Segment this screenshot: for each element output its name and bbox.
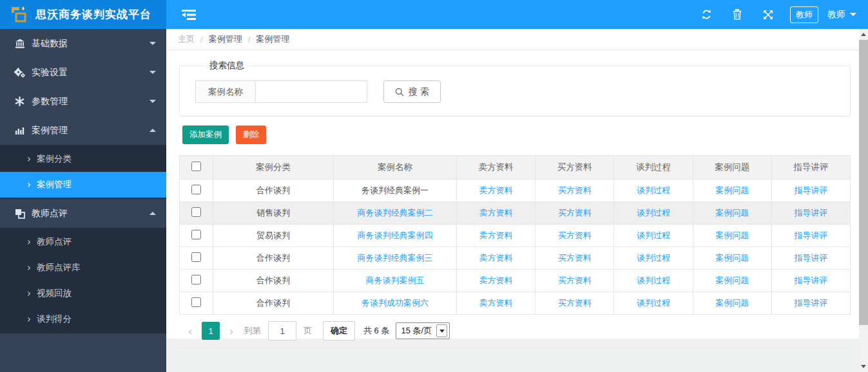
delete-button[interactable]: 删除 [236,126,266,144]
menu-toggle-icon[interactable] [182,8,196,21]
sidebar-subitem-negotiation-score[interactable]: › 谈判得分 [0,306,166,332]
table-row: 销售谈判 商务谈判经典案例二 卖方资料 买方资料 谈判过程 案例问题 指导讲评 [180,202,851,225]
buyer-material-link[interactable]: 买方资料 [558,230,592,240]
case-name-link[interactable]: 商务谈判经典案例四 [358,230,433,240]
next-page-button[interactable]: › [223,322,240,340]
role-badge[interactable]: 教师 [790,6,818,23]
buyer-material-link[interactable]: 买方资料 [558,253,592,263]
guidance-review-link[interactable]: 指导讲评 [794,253,827,263]
case-name-link[interactable]: 务谈判成功案例六 [362,298,429,308]
case-question-link[interactable]: 案例问题 [715,208,749,218]
platform-title: 思沃商务谈判实战平台 [35,7,151,22]
sidebar-subitem-case-management[interactable]: › 案例管理 [0,172,166,198]
sidebar-subitem-label: 教师点评 [37,236,72,248]
row-checkbox[interactable] [191,252,201,262]
sidebar-subitem-label: 视频回放 [37,288,72,299]
chevron-right-icon: › [27,288,31,299]
sidebar-subitem-teacher-review-library[interactable]: › 教师点评库 [0,255,166,281]
guidance-review-link[interactable]: 指导讲评 [794,275,827,285]
guidance-review-link[interactable]: 指导讲评 [794,185,827,195]
sidebar-subitem-teacher-review[interactable]: › 教师点评 [0,229,166,255]
scroll-down-icon[interactable] [859,361,868,372]
sidebar-item-experiment-settings[interactable]: 实验设置 [0,58,166,87]
buyer-material-link[interactable]: 买方资料 [558,275,592,285]
case-question-link[interactable]: 案例问题 [715,298,749,308]
add-case-button[interactable]: 添加案例 [182,126,229,144]
app-window: 思沃商务谈判实战平台 [0,0,868,372]
column-header-buyer: 买方资料 [535,156,614,180]
sidebar-subitem-case-category[interactable]: › 案例分类 [0,146,166,172]
table-row: 合作谈判 商务谈判经典案例三 卖方资料 买方资料 谈判过程 案例问题 指导讲评 [180,247,851,270]
scrollbar-thumb[interactable] [859,40,868,325]
negotiation-process-link[interactable]: 谈判过程 [637,275,670,285]
logo-area: 思沃商务谈判实战平台 [0,0,166,29]
row-checkbox[interactable] [191,185,201,194]
vertical-scrollbar[interactable] [859,29,868,372]
table-row: 贸易谈判 商务谈判经典案例四 卖方资料 买方资料 谈判过程 案例问题 指导讲评 [180,225,851,247]
negotiation-process-link[interactable]: 谈判过程 [637,253,670,263]
chevron-down-icon [149,71,156,74]
prev-page-button[interactable]: ‹ [182,322,198,340]
table-row: 合作谈判 商务谈判案例五 卖方资料 买方资料 谈判过程 案例问题 指导讲评 [180,270,851,292]
row-checkbox[interactable] [191,207,201,217]
sidebar-item-label: 基础数据 [32,38,149,50]
current-page-button[interactable]: 1 [202,322,220,340]
chevron-right-icon: › [27,153,31,165]
seller-material-link[interactable]: 卖方资料 [479,298,513,308]
trash-icon[interactable] [724,0,750,29]
confirm-page-button[interactable]: 确定 [323,321,355,340]
guidance-review-link[interactable]: 指导讲评 [794,230,827,240]
expand-icon[interactable] [755,0,781,29]
gears-icon [14,67,25,78]
seller-material-link[interactable]: 卖方资料 [479,275,513,285]
row-checkbox[interactable] [191,297,201,307]
sidebar-item-label: 参数管理 [32,96,149,107]
case-name-link[interactable]: 商务谈判经典案例二 [358,208,433,218]
negotiation-process-link[interactable]: 谈判过程 [637,230,670,240]
row-checkbox[interactable] [191,230,201,239]
negotiation-process-link[interactable]: 谈判过程 [637,208,670,218]
seller-material-link[interactable]: 卖方资料 [479,230,513,240]
buyer-material-link[interactable]: 买方资料 [558,208,592,218]
negotiation-process-link[interactable]: 谈判过程 [637,185,670,195]
sidebar-item-teacher-review[interactable]: 教师点评 [0,199,166,228]
seller-material-link[interactable]: 卖方资料 [479,208,513,218]
page-size-select[interactable]: 15 条/页 [396,322,450,339]
case-name-link[interactable]: 商务谈判案例五 [366,275,425,285]
breadcrumb-separator: / [200,35,203,44]
case-name-input[interactable] [256,80,367,103]
select-all-checkbox[interactable] [191,162,201,171]
clone-icon [14,208,25,219]
search-button[interactable]: 搜 索 [383,80,441,103]
sidebar-item-case-management[interactable]: 案例管理 [0,116,166,145]
refresh-icon[interactable] [693,0,719,29]
main-area: 主页 / 案例管理 / 案例管理 搜索信息 案例名称 [166,29,859,372]
breadcrumb-home[interactable]: 主页 [178,33,195,45]
case-name-input-group: 案例名称 [195,80,367,103]
guidance-review-link[interactable]: 指导讲评 [794,298,827,308]
case-question-link[interactable]: 案例问题 [715,275,749,285]
case-question-link[interactable]: 案例问题 [715,230,749,240]
case-question-link[interactable]: 案例问题 [715,185,749,195]
case-name-link[interactable]: 商务谈判经典案例三 [358,253,433,263]
row-checkbox[interactable] [191,275,201,284]
asterisk-icon [14,96,25,107]
breadcrumb-item[interactable]: 案例管理 [209,33,242,45]
sidebar-item-basic-data[interactable]: 基础数据 [0,29,166,58]
sidebar-item-parameter-management[interactable]: 参数管理 [0,87,166,116]
user-menu[interactable]: 教师 [827,9,856,21]
search-panel: 搜索信息 案例名称 搜 索 [179,60,851,116]
guidance-review-link[interactable]: 指导讲评 [794,208,827,218]
goto-page-input[interactable] [268,321,296,340]
seller-material-link[interactable]: 卖方资料 [479,185,513,195]
buyer-material-link[interactable]: 买方资料 [558,185,592,195]
case-question-link[interactable]: 案例问题 [715,253,749,263]
chevron-right-icon: › [27,313,31,325]
search-icon [395,88,404,97]
seller-material-link[interactable]: 卖方资料 [479,253,513,263]
scroll-up-icon[interactable] [859,29,868,40]
column-header-question: 案例问题 [693,156,771,180]
sidebar-subitem-video-playback[interactable]: › 视频回放 [0,281,166,306]
negotiation-process-link[interactable]: 谈判过程 [637,298,670,308]
buyer-material-link[interactable]: 买方资料 [558,298,592,308]
